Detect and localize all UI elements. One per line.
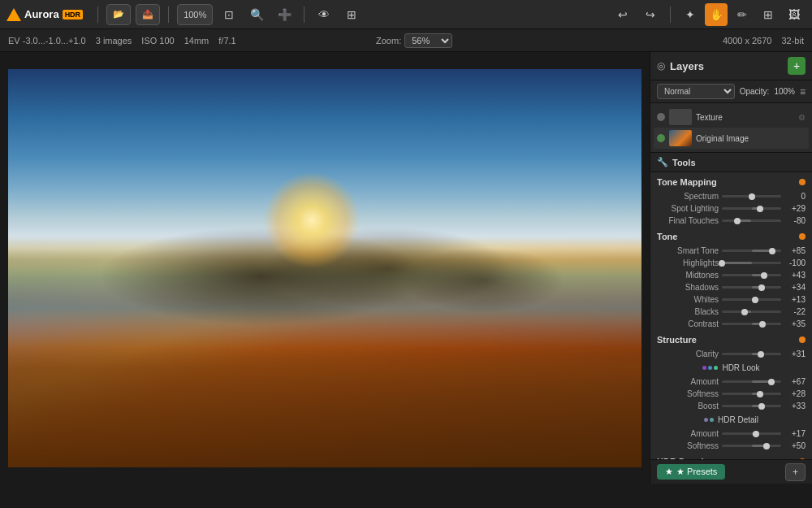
slider-whites: Whites +13 (650, 293, 812, 306)
hdr-softness-value: +28 (784, 389, 806, 398)
contrast-track[interactable] (722, 323, 781, 325)
hdr-detail-dot-1 (704, 418, 708, 422)
highlights-track[interactable] (722, 262, 781, 264)
highlights-label: Highlights (660, 258, 719, 267)
blacks-track[interactable] (722, 310, 781, 313)
smart-tone-label: Smart Tone (660, 246, 719, 255)
slider-hdr-boost: Boost +33 (650, 400, 812, 412)
layer-item-original[interactable]: Original Image (654, 128, 809, 149)
right-panel: ◎ Layers + Normal Opacity: 100% ≡ Textur… (650, 52, 812, 484)
hdr-amount-track[interactable] (722, 380, 781, 383)
compare-button[interactable]: ⊞ (340, 3, 363, 26)
hdr-denoise-header[interactable]: HDR Denoise (650, 452, 812, 459)
undo-button[interactable]: ↩ (611, 3, 634, 26)
hdr-detail-sliders: Amount +17 Softness +50 (650, 428, 812, 452)
hdr-softness-label: Softness (660, 389, 719, 398)
zoom-select[interactable]: 56% 25% 50% 75% 100% (404, 33, 452, 48)
zoom-out-button[interactable]: 🔍 (245, 3, 268, 26)
hdr-softness-track[interactable] (722, 393, 781, 395)
blend-mode-select[interactable]: Normal (657, 84, 735, 99)
spectrum-label: Spectrum (660, 192, 719, 201)
hdr-boost-track[interactable] (722, 405, 781, 407)
eye-button[interactable]: 👁 (313, 3, 335, 26)
zoom-in-button[interactable]: ➕ (273, 3, 296, 26)
aperture-info: f/7.1 (218, 36, 235, 46)
spectrum-track[interactable] (722, 195, 781, 198)
hdr-detail-header[interactable]: HDR Detail (650, 412, 812, 428)
highlights-thumb[interactable] (719, 260, 725, 267)
tone-mapping-header[interactable]: Tone Mapping (650, 172, 812, 190)
detail-amount-value: +17 (784, 429, 806, 438)
info-bar: EV -3.0...-1.0...+1.0 3 images ISO 100 1… (0, 29, 812, 52)
export-icon: 📤 (142, 9, 153, 20)
slider-smart-tone: Smart Tone +85 (650, 245, 812, 257)
hdr-amount-thumb[interactable] (768, 379, 775, 385)
hdr-boost-label: Boost (660, 402, 719, 410)
photo-button[interactable]: 🖼 (783, 3, 806, 26)
detail-amount-thumb[interactable] (753, 431, 759, 437)
slider-clarity: Clarity +31 (650, 348, 812, 360)
magic-button[interactable]: ✦ (679, 3, 702, 26)
pen-button[interactable]: ✏ (731, 3, 754, 26)
presets-button[interactable]: ★ ★ Presets (657, 464, 725, 480)
shadows-track[interactable] (722, 286, 781, 289)
image-dimensions: 4000 x 2670 (723, 36, 772, 46)
smart-tone-thumb[interactable] (769, 248, 775, 254)
detail-softness-track[interactable] (722, 445, 781, 447)
layer-settings-icon[interactable]: ⚙ (798, 113, 806, 122)
detail-amount-track[interactable] (722, 432, 781, 435)
tools-content[interactable]: 🔧 Tools Tone Mapping Spectrum 0 (650, 153, 812, 459)
layers-circle-icon: ◎ (657, 60, 665, 72)
open-button[interactable]: 📂 (106, 4, 131, 25)
contrast-thumb[interactable] (759, 321, 766, 328)
hand-button[interactable]: ✋ (705, 3, 728, 26)
tone-sliders: Smart Tone +85 Highlights -100 (650, 245, 812, 330)
spot-lighting-thumb[interactable] (757, 206, 763, 212)
hdr-boost-thumb[interactable] (758, 403, 765, 410)
canvas-area[interactable] (0, 52, 650, 484)
app-logo: Aurora HDR (6, 8, 83, 21)
layer-visibility-original (657, 134, 665, 142)
layer-thumb-original (669, 130, 692, 146)
zoom-out-icon: 🔍 (250, 8, 264, 21)
tone-title: Tone (657, 232, 677, 241)
hdr-softness-thumb[interactable] (757, 391, 763, 397)
bottom-bar: ★ ★ Presets + (650, 459, 812, 484)
export-button[interactable]: 📤 (136, 4, 160, 25)
final-touches-thumb[interactable] (734, 218, 741, 224)
hdr-dot-3 (714, 366, 718, 370)
fit-window-button[interactable]: ⊡ (218, 3, 240, 26)
redo-button[interactable]: ↪ (639, 3, 662, 26)
hdr-look-header[interactable]: HDR Look (650, 360, 812, 376)
add-layer-button[interactable]: + (788, 57, 806, 75)
open-icon: 📂 (113, 9, 124, 20)
spectrum-thumb[interactable] (749, 193, 755, 200)
smart-tone-track[interactable] (722, 250, 781, 252)
zoom-label: Zoom: (376, 36, 401, 46)
final-touches-label: Final Touches (660, 216, 719, 225)
highlights-value: -100 (784, 258, 806, 267)
spot-lighting-track[interactable] (722, 207, 781, 210)
whites-track[interactable] (722, 298, 781, 301)
add-preset-button[interactable]: + (785, 463, 806, 481)
layer-item-texture[interactable]: Texture ⚙ (654, 106, 809, 128)
wrench-icon: 🔧 (657, 157, 668, 167)
layers-button[interactable]: ⊞ (757, 3, 780, 26)
detail-softness-thumb[interactable] (763, 443, 770, 449)
blacks-value: -22 (784, 307, 806, 316)
opacity-value: 100% (774, 87, 795, 96)
midtones-track[interactable] (722, 274, 781, 276)
whites-thumb[interactable] (752, 297, 758, 303)
blacks-thumb[interactable] (741, 309, 748, 315)
whites-value: +13 (784, 295, 806, 304)
shadows-thumb[interactable] (758, 284, 765, 291)
midtones-thumb[interactable] (761, 272, 767, 279)
detail-softness-label: Softness (660, 441, 719, 450)
tone-header[interactable]: Tone (650, 227, 812, 245)
clarity-track[interactable] (722, 353, 781, 355)
clarity-thumb[interactable] (758, 351, 764, 358)
layers-menu-button[interactable]: ≡ (800, 86, 806, 98)
structure-header[interactable]: Structure (650, 330, 812, 348)
final-touches-track[interactable] (722, 219, 781, 222)
tools-label: Tools (672, 158, 696, 167)
